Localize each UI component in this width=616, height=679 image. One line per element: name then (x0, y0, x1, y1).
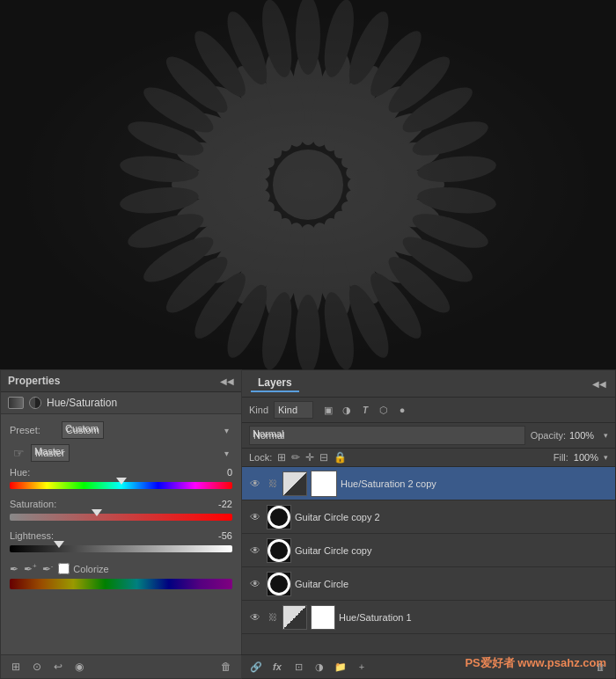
properties-sub-header: Hue/Saturation (1, 392, 241, 414)
hue-section: Hue: 0 (10, 467, 232, 492)
layer-row[interactable]: 👁 ⛓ Hue/Saturation 2 copy (242, 467, 615, 500)
hue-sat-label: Hue/Saturation (47, 397, 117, 409)
lightness-section: Lightness: -56 (10, 530, 232, 555)
fx-icon[interactable]: fx (269, 659, 285, 675)
saturation-value: -22 (210, 499, 232, 509)
layers-panel: Layers ◀◀ Kind Kind ▣ ◑ T ⬡ ● Norm (242, 369, 616, 679)
fill-label: Fill: (554, 452, 568, 463)
add-mask-icon[interactable]: ⊡ (290, 659, 306, 675)
preset-select-wrapper[interactable]: Custom Custom (62, 421, 232, 439)
layer-eye-icon[interactable]: 👁 (247, 476, 263, 492)
layer-name: Hue/Saturation 1 (339, 612, 610, 623)
properties-panel: Properties ◀◀ Hue/Saturation Preset: Cus… (0, 369, 242, 679)
layer-name: Guitar Circle (295, 579, 610, 589)
lock-paint-icon[interactable]: ✏ (291, 451, 300, 464)
fill-value[interactable]: 100% (574, 452, 598, 463)
group-layers-icon[interactable]: 📁 (333, 659, 348, 675)
colorize-checkbox-label[interactable]: Colorize (58, 563, 108, 574)
saturation-slider-thumb[interactable] (92, 509, 102, 516)
properties-title: Properties (8, 375, 60, 387)
blend-select-wrapper[interactable]: Normal Normal (249, 426, 525, 445)
layer-name: Hue/Saturation 2 copy (341, 478, 610, 489)
layer-name: Guitar Circle copy (295, 545, 610, 556)
kind-label: Kind (249, 405, 268, 415)
layer-thumbnail (267, 538, 291, 563)
layer-thumbnail (282, 471, 307, 496)
colorize-checkbox[interactable] (58, 563, 70, 574)
kind-select-wrapper[interactable]: Kind (274, 401, 313, 419)
opacity-value[interactable]: 100% (569, 430, 600, 441)
blend-row: Normal Normal Opacity: 100% ▾ (242, 423, 615, 449)
lock-label: Lock: (249, 452, 272, 463)
lock-all-icon[interactable]: 🔒 (334, 451, 347, 464)
master-select[interactable]: Master (31, 444, 70, 462)
saturation-slider-track[interactable] (10, 511, 232, 523)
opacity-chevron: ▾ (604, 431, 608, 440)
color-gradient-bar (10, 579, 232, 589)
saturation-label: Saturation: (10, 499, 56, 509)
hue-slider-thumb[interactable] (116, 478, 127, 485)
add-adjustment-icon[interactable]: ⊞ (8, 659, 24, 675)
layer-eye-icon[interactable]: 👁 (247, 576, 263, 592)
undo-states-icon[interactable]: ⊙ (29, 659, 45, 675)
smart-filter-icon[interactable]: ● (394, 402, 410, 418)
layer-thumbnail (282, 605, 307, 630)
hue-sat-layer-icon (8, 397, 24, 409)
lock-row: Lock: ⊞ ✏ ✛ ⊟ 🔒 Fill: 100% ▾ (242, 449, 615, 467)
eyedropper-icon[interactable]: ✒ (10, 563, 18, 575)
layer-mask-thumbnail (311, 605, 335, 630)
link-icon[interactable]: 🔗 (248, 659, 264, 675)
preset-row: Preset: Custom Custom (10, 421, 232, 439)
layer-eye-icon[interactable]: 👁 (247, 509, 263, 525)
adjustment-filter-icon[interactable]: ◑ (339, 402, 355, 418)
layer-eye-icon[interactable]: 👁 (247, 543, 263, 559)
layers-tab[interactable]: Layers (251, 375, 299, 392)
delete-icon[interactable]: 🗑 (218, 659, 234, 675)
layer-row[interactable]: 👁 Guitar Circle copy (242, 534, 615, 567)
layers-bottom-bar: 🔗 fx ⊡ ◑ 📁 + 🗑 PS爱好者 www.psahz.com (241, 654, 615, 678)
colorize-row: ✒ ✒+ ✒- Colorize (10, 562, 232, 575)
layer-mask-thumbnail (311, 471, 337, 497)
lightness-value: -56 (210, 530, 232, 541)
blend-mode-select[interactable]: Normal (249, 426, 525, 445)
canvas-area (0, 0, 616, 369)
lightness-slider-track[interactable] (10, 543, 232, 555)
hue-slider-track[interactable] (10, 479, 232, 492)
colorize-label: Colorize (73, 564, 108, 574)
kind-select[interactable]: Kind (274, 401, 313, 419)
type-filter-icon[interactable]: T (357, 402, 373, 418)
opacity-row: Opacity: 100% ▾ (531, 430, 608, 441)
undo-icon[interactable]: ↩ (50, 659, 66, 675)
pixel-filter-icon[interactable]: ▣ (320, 402, 336, 418)
lock-transparent-icon[interactable]: ⊞ (277, 451, 286, 464)
watermark: PS爱好者 www.psahz.com (465, 655, 606, 671)
layer-eye-icon[interactable]: 👁 (247, 610, 263, 625)
hue-label: Hue: (10, 467, 30, 478)
master-select-wrapper[interactable]: Master Master (31, 444, 232, 462)
layer-thumbnail (267, 505, 291, 529)
layer-row[interactable]: 👁 Guitar Circle (242, 567, 615, 601)
layers-filter-icons: ▣ ◑ T ⬡ ● (320, 402, 410, 418)
preset-select[interactable]: Custom (62, 421, 104, 439)
eyedropper-sub-icon[interactable]: ✒- (42, 562, 54, 575)
eyedropper-add-icon[interactable]: ✒+ (24, 562, 37, 575)
layer-row[interactable]: 👁 Guitar Circle copy 2 (242, 500, 615, 534)
shape-filter-icon[interactable]: ⬡ (376, 402, 392, 418)
fill-chevron: ▾ (604, 453, 608, 462)
lock-move-icon[interactable]: ✛ (305, 451, 314, 464)
preset-label: Preset: (10, 425, 58, 435)
opacity-label: Opacity: (531, 430, 566, 441)
lock-artboard-icon[interactable]: ⊟ (319, 451, 328, 464)
lightness-slider-thumb[interactable] (54, 541, 64, 548)
master-row: ☞ Master Master (10, 444, 232, 462)
layer-link-icon: ⛓ (267, 611, 279, 624)
visibility-icon[interactable]: ◉ (71, 659, 87, 675)
properties-collapse-btn[interactable]: ◀◀ (220, 376, 234, 386)
finger-tool-icon[interactable]: ☞ (10, 444, 27, 462)
layer-name: Guitar Circle copy 2 (295, 512, 610, 522)
new-layer-icon[interactable]: + (354, 659, 370, 675)
properties-bottom-toolbar: ⊞ ⊙ ↩ ◉ 🗑 (1, 654, 241, 678)
add-adjustment-layer-icon[interactable]: ◑ (312, 659, 327, 675)
layer-row[interactable]: 👁 ⛓ Hue/Saturation 1 (242, 601, 615, 634)
layers-collapse-btn[interactable]: ◀◀ (592, 379, 606, 389)
